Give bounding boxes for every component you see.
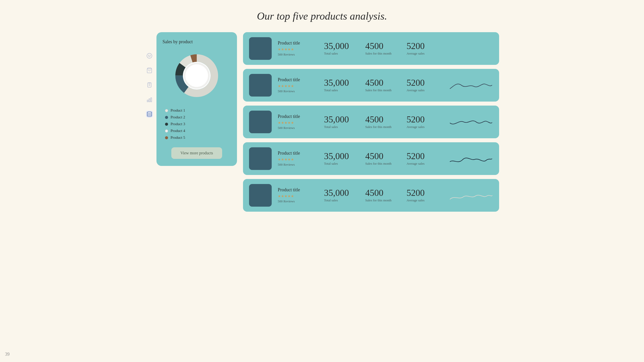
- legend-label-3: Product 3: [171, 122, 185, 126]
- total-sales-block: 35,000 Total sales: [324, 188, 359, 202]
- monthly-sales-label: Sales for this month: [365, 198, 391, 202]
- product-info: Product title ★★★★★ 500 Reviews: [278, 151, 318, 167]
- legend-label-4: Product 4: [171, 129, 185, 133]
- product-stars: ★★★★★: [278, 84, 318, 88]
- avg-sales-block: 5200 Average sales: [407, 41, 442, 56]
- legend: Product 1 Product 2 Product 3 Product 4 …: [163, 108, 231, 140]
- product-name: Product title: [278, 114, 318, 119]
- legend-dot-4: [165, 129, 168, 132]
- monthly-sales-label: Sales for this month: [365, 162, 391, 166]
- avg-sales-label: Average sales: [407, 88, 425, 92]
- monthly-sales-label: Sales for this month: [365, 88, 391, 92]
- donut-chart: [172, 51, 222, 101]
- sparkline-chart: [448, 150, 493, 167]
- product-name: Product title: [278, 40, 318, 46]
- right-panel: Product title ★★★★★ 500 Reviews 35,000 T…: [243, 32, 499, 212]
- legend-dot-1: [165, 109, 168, 112]
- product-stars: ★★★★★: [278, 47, 318, 52]
- total-sales-block: 35,000 Total sales: [324, 41, 359, 56]
- monthly-sales-number: 4500: [365, 78, 383, 87]
- total-sales-number: 35,000: [324, 78, 349, 87]
- legend-label-2: Product 2: [171, 115, 185, 119]
- avg-sales-number: 5200: [407, 115, 425, 124]
- chart-icon[interactable]: [146, 96, 153, 103]
- product-thumbnail: [249, 147, 272, 170]
- view-more-button[interactable]: View more products: [171, 147, 222, 159]
- total-sales-block: 35,000 Total sales: [324, 78, 359, 92]
- monthly-sales-number: 4500: [365, 115, 383, 124]
- svg-point-0: [147, 53, 152, 58]
- product-stars: ★★★★★: [278, 121, 318, 125]
- svg-rect-7: [147, 100, 148, 102]
- page-title: Our top five products analysis.: [257, 10, 387, 22]
- product-info: Product title ★★★★★ 500 Reviews: [278, 114, 318, 130]
- total-sales-number: 35,000: [324, 152, 349, 161]
- total-sales-number: 35,000: [324, 41, 349, 51]
- total-sales-label: Total sales: [324, 88, 338, 92]
- svg-rect-8: [149, 99, 150, 102]
- avg-sales-number: 5200: [407, 78, 425, 87]
- sparkline-chart: [448, 187, 493, 204]
- cart-icon[interactable]: [146, 67, 153, 74]
- legend-dot-2: [165, 116, 168, 119]
- smiley-icon[interactable]: [146, 52, 153, 59]
- main-layout: Sales by product: [146, 32, 498, 212]
- total-sales-label: Total sales: [324, 198, 338, 202]
- product-thumbnail: [249, 111, 272, 133]
- monthly-sales-block: 4500 Sales for this month: [365, 78, 400, 92]
- product-stars: ★★★★★: [278, 194, 318, 198]
- product-row: Product title ★★★★★ 500 Reviews 35,000 T…: [243, 179, 499, 212]
- product-stars: ★★★★★: [278, 157, 318, 162]
- product-name: Product title: [278, 77, 318, 82]
- avg-sales-label: Average sales: [407, 162, 425, 166]
- product-info: Product title ★★★★★ 500 Reviews: [278, 77, 318, 93]
- monthly-sales-number: 4500: [365, 152, 383, 161]
- legend-dot-3: [165, 123, 168, 126]
- legend-item-5: Product 5: [165, 135, 231, 140]
- legend-item-4: Product 4: [165, 129, 231, 133]
- total-sales-label: Total sales: [324, 125, 338, 129]
- svg-point-1: [148, 55, 149, 56]
- avg-sales-block: 5200 Average sales: [407, 115, 442, 129]
- product-thumbnail: [249, 37, 272, 60]
- svg-point-2: [150, 55, 150, 56]
- product-reviews: 500 Reviews: [278, 89, 318, 93]
- total-sales-block: 35,000 Total sales: [324, 115, 359, 129]
- product-reviews: 500 Reviews: [278, 163, 318, 167]
- legend-dot-5: [165, 136, 168, 139]
- sparkline-chart: [448, 76, 493, 94]
- legend-label-5: Product 5: [171, 135, 185, 140]
- product-info: Product title ★★★★★ 500 Reviews: [278, 40, 318, 57]
- sparkline-chart: [448, 113, 493, 131]
- product-name: Product title: [278, 187, 318, 193]
- monthly-sales-block: 4500 Sales for this month: [365, 188, 400, 202]
- legend-item-3: Product 3: [165, 122, 231, 126]
- product-row: Product title ★★★★★ 500 Reviews 35,000 T…: [243, 142, 499, 175]
- monthly-sales-label: Sales for this month: [365, 125, 391, 129]
- product-info: Product title ★★★★★ 500 Reviews: [278, 187, 318, 203]
- total-sales-label: Total sales: [324, 52, 338, 56]
- product-name: Product title: [278, 151, 318, 156]
- total-sales-number: 35,000: [324, 115, 349, 124]
- avg-sales-label: Average sales: [407, 198, 425, 202]
- product-reviews: 500 Reviews: [278, 199, 318, 203]
- avg-sales-number: 5200: [407, 41, 425, 51]
- legend-item-2: Product 2: [165, 115, 231, 119]
- panel-title: Sales by product: [163, 39, 193, 44]
- avg-sales-label: Average sales: [407, 125, 425, 129]
- monthly-sales-number: 4500: [365, 188, 383, 197]
- clipboard-icon[interactable]: [146, 81, 153, 88]
- monthly-sales-label: Sales for this month: [365, 52, 391, 56]
- avg-sales-block: 5200 Average sales: [407, 188, 442, 202]
- avg-sales-number: 5200: [407, 188, 425, 197]
- product-row: Product title ★★★★★ 500 Reviews 35,000 T…: [243, 32, 499, 65]
- product-row: Product title ★★★★★ 500 Reviews 35,000 T…: [243, 69, 499, 102]
- avg-sales-block: 5200 Average sales: [407, 78, 442, 92]
- database-icon[interactable]: [146, 111, 153, 118]
- product-thumbnail: [249, 184, 272, 207]
- product-reviews: 500 Reviews: [278, 126, 318, 130]
- product-row: Product title ★★★★★ 500 Reviews 35,000 T…: [243, 106, 499, 138]
- monthly-sales-number: 4500: [365, 41, 383, 51]
- page-number: 39: [5, 352, 10, 357]
- total-sales-number: 35,000: [324, 188, 349, 197]
